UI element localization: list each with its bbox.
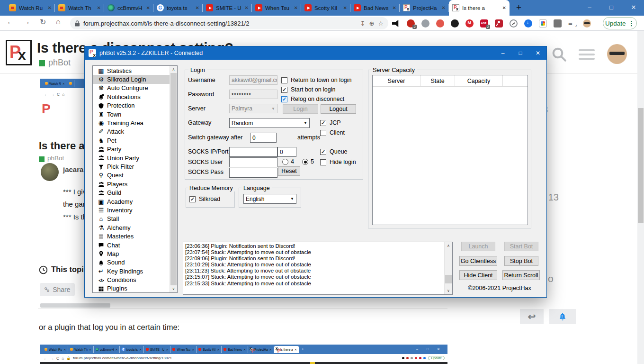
tab-close-icon[interactable]: ✕ (245, 5, 249, 10)
user-avatar[interactable] (607, 44, 627, 64)
dialog-close-icon[interactable]: ✕ (530, 46, 546, 60)
window-maximize-icon[interactable]: □ (602, 0, 621, 14)
socks-port-field[interactable]: 0 (277, 147, 296, 157)
reload-icon[interactable]: ↻ (40, 18, 46, 27)
dialog-maximize-icon[interactable]: □ (512, 46, 528, 60)
column-server[interactable]: Server (373, 75, 420, 86)
switch-gateway-field[interactable]: 0 (250, 133, 277, 143)
gauge-icon[interactable] (510, 19, 518, 27)
film-icon[interactable] (421, 19, 429, 27)
hide-login-checkbox[interactable] (320, 159, 326, 165)
tab-close-icon[interactable]: ✕ (502, 5, 506, 10)
search-icon[interactable] (551, 46, 568, 63)
sidebar-item[interactable]: ◉ Training Area (93, 118, 177, 127)
column-capacity[interactable]: Capacity (455, 75, 503, 86)
server-capacity-table[interactable]: Server State Capacity (372, 75, 528, 225)
return-scroll-button[interactable]: Return Scroll (502, 270, 540, 280)
hand-icon[interactable] (436, 19, 444, 27)
down-icon[interactable] (524, 19, 532, 27)
browser-tab[interactable]: When Tsu ✕ (252, 0, 301, 16)
browser-tab[interactable]: SMITE - U ✕ (203, 0, 252, 16)
browser-tab[interactable]: Bad News ✕ (350, 0, 400, 16)
scrollbar-thumb[interactable] (170, 73, 177, 285)
tab-close-icon[interactable]: ✕ (146, 5, 150, 10)
gateway-dropdown[interactable]: Random ▼ (229, 118, 310, 128)
socks4-radio[interactable] (282, 159, 288, 165)
browser-tab[interactable]: ProjectHa ✕ (400, 0, 449, 16)
hamburger-menu-icon[interactable] (579, 49, 595, 62)
browser-tab[interactable]: Scotty Kil ✕ (301, 0, 350, 16)
sidebar-item[interactable]: ☸ Auto Configure (93, 84, 177, 92)
logout-button[interactable]: Logout (321, 104, 356, 114)
stop-bot-button[interactable]: Stop Bot (504, 256, 538, 266)
update-button[interactable]: Update ⋮ (603, 17, 637, 29)
tab-close-icon[interactable]: ✕ (343, 5, 347, 10)
new-tab-button[interactable]: + (516, 2, 521, 13)
go-clientless-button[interactable]: Go Clientless (459, 256, 497, 266)
sidebar-item[interactable]: Guild (93, 188, 177, 197)
socks5-radio[interactable] (302, 159, 308, 165)
sidebar-item[interactable]: ⚗ Alchemy (93, 223, 177, 232)
sidebar-item[interactable]: Plugins (93, 284, 177, 293)
jcp-checkbox[interactable] (320, 120, 326, 126)
abp-icon[interactable]: 2 (480, 19, 488, 27)
password-field[interactable]: •••••••• (229, 90, 277, 99)
sidebar-item[interactable]: Party (93, 145, 177, 154)
sidebar-item[interactable]: Union Party (93, 154, 177, 162)
site-logo[interactable]: P x (6, 40, 32, 65)
browser-tab[interactable]: ccBmmvH ✕ (104, 0, 153, 16)
pin-icon[interactable] (495, 19, 503, 27)
hide-client-button[interactable]: Hide Client (459, 270, 497, 280)
category-label[interactable]: phBot (47, 155, 64, 162)
browser-tab[interactable]: Watch Th ✕ (55, 0, 104, 16)
back-icon[interactable]: ← (7, 18, 14, 26)
blocker-icon[interactable]: 2 (407, 19, 415, 27)
client-checkbox[interactable] (320, 130, 326, 136)
start-bot-button[interactable]: Start Bot (504, 242, 538, 251)
sidebar-item[interactable]: ♜ Town (93, 110, 177, 118)
sidebar-item[interactable]: ≣ Masteries (93, 232, 177, 240)
log-output[interactable]: [23:06:36] Plugin: Notification sent to … (183, 242, 453, 295)
speaker-icon[interactable] (392, 19, 400, 27)
notification-bell-button[interactable]: ! (549, 309, 576, 324)
column-state[interactable]: State (420, 75, 455, 86)
sidebar-item[interactable]: Chat (93, 241, 177, 249)
sidebar-item[interactable]: ▦ Statistics (93, 66, 177, 75)
relog-disconnect-checkbox[interactable] (281, 96, 287, 102)
photos-icon[interactable] (539, 19, 547, 27)
sidebar-item[interactable]: </> Conditions (93, 275, 177, 284)
dialog-titlebar[interactable]: phBot v25.3.2 - ZZKILLER - Connected (85, 46, 546, 60)
sidebar-item[interactable]: ⚙ Silkroad Login (93, 75, 177, 83)
sidebar-scrollbar[interactable]: ∧ ∨ (170, 66, 177, 292)
puzzle-icon[interactable] (554, 19, 562, 27)
return-town-checkbox[interactable] (281, 77, 287, 83)
url-text[interactable]: forum.projecthax.com/t/is-there-a-discon… (83, 20, 357, 27)
username-field[interactable]: akkawi0@gmail.com (229, 75, 277, 85)
launch-button[interactable]: Launch (461, 242, 495, 251)
start-bot-login-checkbox[interactable] (281, 87, 287, 93)
sidebar-item[interactable]: Map (93, 249, 177, 258)
sidebar-item[interactable]: ↵ Key Bindings (93, 267, 177, 275)
socks-ip-field[interactable] (229, 147, 277, 157)
scrollbar-thumb[interactable] (445, 275, 452, 283)
sidebar-item[interactable]: Players (93, 180, 177, 188)
zoom-page-icon[interactable]: ⊕ (369, 20, 374, 27)
bookmark-star-icon[interactable]: ☆ (378, 20, 384, 27)
socks-pass-field[interactable] (229, 168, 277, 178)
tab-close-icon[interactable]: ✕ (97, 5, 101, 10)
sidebar-item[interactable]: Notifications (93, 92, 177, 101)
home-icon[interactable]: ⌂ (56, 18, 61, 26)
yd-icon[interactable] (451, 19, 459, 27)
language-dropdown[interactable]: English ▼ (243, 194, 296, 204)
tab-close-icon[interactable]: ✕ (442, 5, 446, 10)
tab-close-icon[interactable]: ✕ (196, 5, 199, 10)
browser-tab[interactable]: toyota ts ✕ (153, 0, 203, 16)
post-author[interactable]: jacara (63, 165, 83, 173)
sidebar-item[interactable]: Sound (93, 258, 177, 267)
queue-checkbox[interactable] (320, 149, 326, 155)
socks-user-field[interactable] (229, 157, 277, 167)
browser-tab[interactable]: Watch Ru ✕ (6, 0, 55, 16)
share-button[interactable]: ⚯ Share (40, 283, 75, 296)
tab-close-icon[interactable]: ✕ (48, 5, 52, 10)
browser-tab[interactable]: Is there a ✕ (449, 0, 510, 16)
